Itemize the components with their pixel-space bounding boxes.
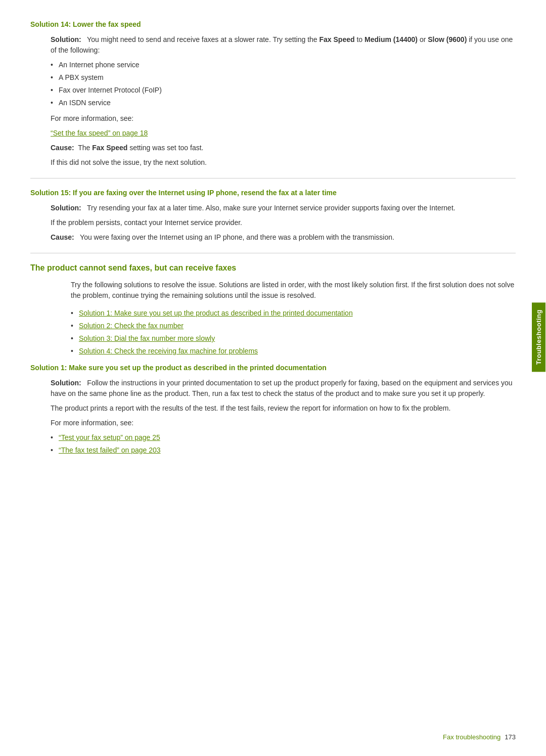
solution-14-section: Solution 14: Lower the fax speed Solutio…: [30, 20, 516, 168]
solution-15-section: Solution 15: If you are faxing over the …: [30, 189, 516, 243]
solution-1-body: Follow the instructions in your printed …: [51, 379, 513, 397]
solution-15-heading: Solution 15: If you are faxing over the …: [30, 189, 516, 197]
solution-4-link[interactable]: Solution 4: Check the receiving fax mach…: [79, 347, 258, 355]
bullet-item: An Internet phone service: [51, 60, 516, 70]
fax-test-failed-link[interactable]: “The fax test failed” on page 203: [59, 446, 161, 454]
solution-1-printed-text: Solution: Follow the instructions in you…: [51, 378, 516, 399]
bullet-item: A PBX system: [51, 72, 516, 83]
page-footer: Fax troubleshooting 173: [443, 733, 516, 741]
solution-14-heading: Solution 14: Lower the fax speed: [30, 20, 516, 28]
troubleshooting-tab[interactable]: Troubleshooting: [532, 302, 545, 372]
solution-15-block: Solution: Try resending your fax at a la…: [30, 203, 516, 243]
bullet-solution-3[interactable]: Solution 3: Dial the fax number more slo…: [71, 333, 516, 344]
set-fax-speed-link[interactable]: “Set the fax speed” on page 18: [51, 129, 148, 137]
more-info-label: For more information, see:: [51, 113, 516, 124]
footer-label: Fax troubleshooting: [443, 733, 500, 741]
fax-speed-link[interactable]: “Set the fax speed” on page 18: [51, 128, 516, 139]
solution-15-text: Solution: Try resending your fax at a la…: [51, 203, 516, 213]
page-container: Solution 14: Lower the fax speed Solutio…: [0, 0, 546, 501]
next-solution-14: If this did not solve the issue, try the…: [51, 157, 516, 168]
solution-14-body: You might need to send and receive faxes…: [51, 35, 513, 54]
cannot-send-heading: The product cannot send faxes, but can r…: [30, 263, 516, 273]
solution-3-link[interactable]: Solution 3: Dial the fax number more slo…: [79, 334, 215, 342]
cause-label: Cause:: [51, 144, 74, 152]
cause-14: Cause: The Fax Speed setting was set too…: [51, 143, 516, 153]
cannot-send-intro: Try the following solutions to resolve t…: [30, 280, 516, 301]
bullet-solution-4[interactable]: Solution 4: Check the receiving fax mach…: [71, 346, 516, 357]
solution-1-link[interactable]: Solution 1: Make sure you set up the pro…: [79, 309, 353, 317]
solution-1-printed-section: Solution 1: Make sure you set up the pro…: [30, 364, 516, 456]
solution-15-label: Solution:: [51, 204, 81, 212]
cause-15-label: Cause:: [51, 233, 74, 241]
solution-14-bullets: An Internet phone service A PBX system F…: [51, 60, 516, 108]
solution-14-block: Solution: You might need to send and rec…: [30, 34, 516, 168]
bullet-solution-1[interactable]: Solution 1: Make sure you set up the pro…: [71, 308, 516, 319]
bullet-solution-2[interactable]: Solution 2: Check the fax number: [71, 321, 516, 331]
solution-1-printed-block: Solution: Follow the instructions in you…: [30, 378, 516, 456]
fax-setup-link-item[interactable]: “Test your fax setup” on page 25: [51, 432, 516, 443]
bullet-item: Fax over Internet Protocol (FoIP): [51, 85, 516, 96]
solution-14-text: Solution: You might need to send and rec…: [51, 34, 516, 56]
result-text: The product prints a report with the res…: [51, 403, 516, 414]
cause-15-text: You were faxing over the Internet using …: [80, 233, 394, 241]
solution-2-link[interactable]: Solution 2: Check the fax number: [79, 322, 184, 330]
fax-test-failed-link-item[interactable]: “The fax test failed” on page 203: [51, 445, 516, 456]
bullet-item: An ISDN service: [51, 98, 516, 108]
solution-15-body: Try resending your fax at a later time. …: [87, 204, 456, 212]
cannot-send-section: The product cannot send faxes, but can r…: [30, 263, 516, 357]
test-fax-setup-link[interactable]: “Test your fax setup” on page 25: [59, 433, 160, 441]
solution-1-printed-bullets: “Test your fax setup” on page 25 “The fa…: [51, 432, 516, 456]
cause-14-text: The Fax Speed setting was set too fast.: [78, 144, 203, 152]
more-info-2: For more information, see:: [51, 418, 516, 428]
cause-15: Cause: You were faxing over the Internet…: [51, 232, 516, 243]
cannot-send-bullets: Solution 1: Make sure you set up the pro…: [30, 308, 516, 357]
footer-page-number: 173: [505, 733, 516, 741]
solution-1-label: Solution:: [51, 379, 81, 387]
sidebar-tab-wrapper: Troubleshooting: [532, 302, 546, 372]
divider-2: [30, 253, 516, 253]
solution-label: Solution:: [51, 35, 81, 43]
persist-text: If the problem persists, contact your In…: [51, 217, 516, 228]
divider-1: [30, 178, 516, 179]
solution-1-printed-heading: Solution 1: Make sure you set up the pro…: [30, 364, 516, 372]
